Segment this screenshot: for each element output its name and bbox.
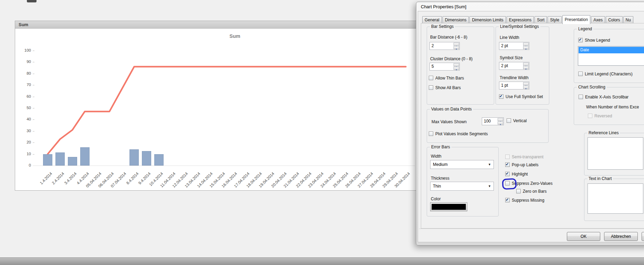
- spin-up-icon[interactable]: [523, 63, 529, 66]
- checkbox-label: Pop-up Labels: [512, 162, 538, 167]
- spin-down-icon[interactable]: [523, 86, 529, 89]
- group-label: Text in Chart: [587, 176, 613, 181]
- spin-up-icon[interactable]: [498, 118, 503, 121]
- y-axis-tick-label: 50: [17, 106, 31, 110]
- bar-10.4.2014[interactable]: [154, 154, 164, 166]
- text-in-chart-listbox[interactable]: [588, 183, 643, 214]
- y-axis-tick: [33, 97, 34, 97]
- cluster-distance-spinner[interactable]: 5: [429, 63, 460, 71]
- checkbox-box-icon: [505, 155, 510, 159]
- window-edge-artifact: [27, 0, 37, 2]
- when-items-exceed-label: When Number of Items Exce: [586, 105, 639, 109]
- bar-distance-spinner[interactable]: 2: [429, 42, 460, 50]
- max-values-shown-label: Max Values Shown: [432, 119, 467, 124]
- y-axis-tick-label: 30: [17, 129, 31, 133]
- spin-up-icon[interactable]: [454, 43, 459, 46]
- checkbox-label: Zero on Bars: [523, 189, 547, 194]
- screen: Sum Sum 01020304050607080901001.4.20142.…: [0, 0, 644, 265]
- y-axis-tick-label: 0: [17, 163, 31, 167]
- error-bar-width-label: Width: [431, 154, 442, 159]
- group-label: Error Bars: [430, 145, 451, 149]
- taskbar-edge: [0, 257, 644, 265]
- chart-window: Sum Sum 01020304050607080901001.4.20142.…: [15, 21, 418, 191]
- group-label: Chart Scrolling: [577, 85, 607, 89]
- line-series: [15, 29, 417, 190]
- checkbox-box-icon: [507, 118, 511, 123]
- y-axis-tick: [33, 62, 34, 62]
- y-axis-tick: [33, 74, 34, 74]
- line-width-label: Line Width: [500, 35, 519, 40]
- bar-2.4.2014[interactable]: [55, 152, 65, 166]
- bar-1.4.2014[interactable]: [43, 154, 52, 166]
- checkbox-box-icon: [516, 189, 521, 193]
- spin-down-icon[interactable]: [523, 66, 529, 69]
- trendline-width-spinner[interactable]: 1 pt: [499, 82, 529, 89]
- dialog-separator: [419, 229, 644, 229]
- spin-down-icon[interactable]: [523, 46, 529, 49]
- max-values-shown-spinner[interactable]: 100: [482, 117, 504, 125]
- group-label: Legend: [577, 26, 593, 31]
- group-label: Reference Lines: [587, 130, 620, 135]
- spin-up-icon[interactable]: [523, 82, 529, 85]
- spin-up-icon[interactable]: [454, 63, 459, 66]
- chart-plot-area: Sum 01020304050607080901001.4.20142.4.20…: [15, 29, 417, 190]
- group-label: Line/Symbol Settings: [499, 24, 540, 29]
- tab-presentation[interactable]: Presentation: [562, 15, 590, 24]
- y-axis-tick-label: 10: [17, 152, 31, 156]
- symbol-size-spinner[interactable]: 2 pt: [499, 62, 529, 70]
- checkbox-label: Semi-transparent: [512, 155, 543, 159]
- y-axis-tick-label: 90: [17, 60, 31, 64]
- y-axis-tick-label: 60: [17, 94, 31, 98]
- checkbox-box-icon: [505, 198, 510, 202]
- apply-button-clipped[interactable]: [642, 232, 644, 241]
- spin-down-icon[interactable]: [454, 67, 459, 70]
- bar-9.4.2014[interactable]: [142, 151, 151, 166]
- checkbox-box-icon: [429, 85, 433, 90]
- spin-down-icon[interactable]: [498, 121, 503, 125]
- group-values-on-data-points: Values on Data Points: [427, 109, 549, 143]
- spin-down-icon[interactable]: [454, 46, 459, 49]
- bar-4.4.2014[interactable]: [80, 147, 90, 166]
- checkbox-label: Suppress Zero-Values: [512, 181, 553, 186]
- y-axis-tick: [33, 119, 34, 120]
- chart-caption-text: Sum: [19, 22, 28, 27]
- checkbox-label: Suppress Missing: [512, 198, 544, 203]
- checkbox-box-icon: [578, 72, 583, 76]
- ok-button[interactable]: OK: [567, 232, 600, 241]
- y-axis-tick: [33, 154, 34, 155]
- color-swatch-black: [432, 204, 466, 210]
- checkbox-box-icon: [499, 94, 503, 99]
- chart-window-caption[interactable]: Sum: [15, 21, 417, 29]
- error-bar-thickness-label: Thickness: [431, 176, 449, 181]
- error-bar-width-dropdown[interactable]: Medium: [430, 160, 494, 169]
- symbol-size-label: Symbol Size: [500, 55, 523, 60]
- cancel-button[interactable]: Abbrechen: [604, 232, 638, 241]
- error-bar-thickness-dropdown[interactable]: Thin: [430, 182, 494, 191]
- bar-8.4.2014[interactable]: [129, 149, 139, 166]
- spin-up-icon[interactable]: [523, 43, 529, 46]
- checkbox-label: Highlight: [512, 172, 528, 177]
- legend-item-date-selected[interactable]: Date: [579, 47, 644, 53]
- bar-distance-label: Bar Distance (-6 - 8): [430, 35, 467, 40]
- y-axis-tick-label: 40: [17, 117, 31, 121]
- trendline-width-label: Trendline Width: [500, 75, 529, 80]
- x-axis-line: [33, 166, 415, 166]
- checkbox-box-icon: [505, 172, 510, 176]
- cluster-distance-label: Cluster Distance (0 - 8): [430, 56, 472, 61]
- y-axis-tick: [33, 142, 34, 143]
- y-axis-tick: [33, 51, 34, 51]
- cluster-distance-value: 5: [432, 64, 434, 69]
- checkbox-box-icon: [578, 38, 583, 42]
- y-axis-tick-label: 100: [17, 48, 31, 52]
- bar-3.4.2014[interactable]: [68, 157, 77, 166]
- checkbox-box-icon: [429, 131, 433, 136]
- reference-lines-listbox[interactable]: [588, 137, 643, 170]
- group-label: Values on Data Points: [430, 107, 473, 112]
- error-bar-color-button[interactable]: [430, 202, 467, 211]
- y-axis-tick-label: 20: [17, 140, 31, 144]
- checkbox-box-icon: [505, 181, 510, 186]
- y-axis-tick-label: 70: [17, 83, 31, 87]
- line-width-spinner[interactable]: 2 pt: [499, 42, 529, 50]
- legend-items-listbox[interactable]: Date: [578, 46, 644, 66]
- y-axis-tick: [33, 131, 34, 131]
